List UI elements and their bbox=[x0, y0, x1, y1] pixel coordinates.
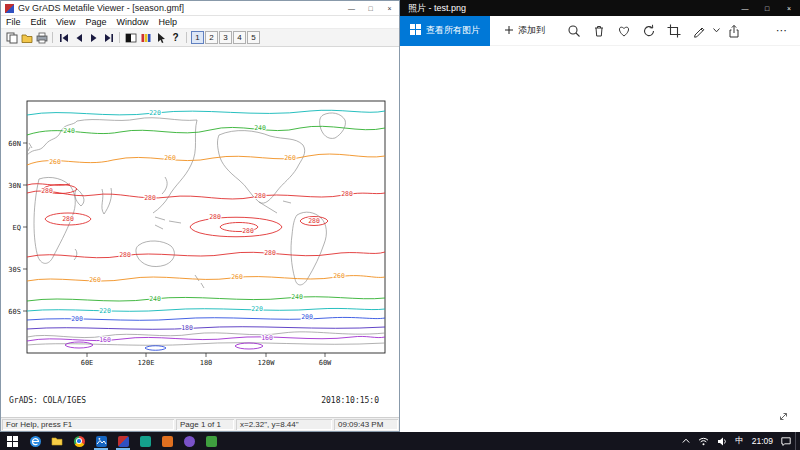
pointer-icon[interactable] bbox=[153, 31, 168, 45]
contour-label: 220 bbox=[149, 109, 161, 117]
page-button-4[interactable]: 4 bbox=[233, 31, 246, 44]
lat-label: 60S bbox=[8, 308, 21, 316]
page-button-5[interactable]: 5 bbox=[247, 31, 260, 44]
zoom-icon[interactable] bbox=[561, 18, 586, 43]
contour-label: 280 bbox=[242, 227, 254, 235]
desktop: Gv GrADS Metafile Viewer - [season.gmf] … bbox=[0, 0, 800, 450]
contour-label: 280 bbox=[308, 217, 320, 225]
taskbar-explorer-icon[interactable] bbox=[46, 432, 68, 450]
taskbar-chrome-icon[interactable] bbox=[68, 432, 90, 450]
ime-indicator[interactable]: 中 bbox=[731, 432, 748, 450]
print-icon[interactable] bbox=[34, 31, 49, 45]
taskbar-edge-icon[interactable] bbox=[24, 432, 46, 450]
action-center-icon[interactable] bbox=[777, 432, 795, 450]
last-page-icon[interactable] bbox=[101, 31, 116, 45]
favorite-heart-icon[interactable] bbox=[611, 18, 636, 43]
photos-window-title: 照片 - test.png bbox=[400, 2, 734, 15]
show-desktop-button[interactable] bbox=[795, 432, 800, 450]
add-to-label: 添加到 bbox=[518, 24, 545, 37]
contour-closed bbox=[235, 343, 263, 349]
taskbar-app-icon[interactable] bbox=[156, 432, 178, 450]
contour-label: 260 bbox=[164, 154, 176, 162]
close-button[interactable]: × bbox=[778, 0, 800, 16]
toolbar-separator bbox=[52, 32, 53, 43]
contour-label: 220 bbox=[251, 305, 263, 313]
close-button[interactable]: × bbox=[380, 1, 399, 15]
next-page-icon[interactable] bbox=[86, 31, 101, 45]
page-button-3[interactable]: 3 bbox=[219, 31, 232, 44]
edit-icon[interactable] bbox=[686, 18, 711, 43]
menu-edit[interactable]: Edit bbox=[26, 17, 52, 27]
minimize-button[interactable]: — bbox=[734, 0, 756, 16]
lat-label: 30N bbox=[8, 182, 21, 190]
contour-label: 280 bbox=[119, 251, 131, 259]
grads-window: Gv GrADS Metafile Viewer - [season.gmf] … bbox=[0, 0, 400, 432]
lon-label: 60E bbox=[81, 359, 94, 367]
taskbar-grads-icon[interactable] bbox=[112, 432, 134, 450]
taskbar-app-icon[interactable] bbox=[134, 432, 156, 450]
clock[interactable]: 21:09 bbox=[748, 432, 777, 450]
lat-label: EQ bbox=[13, 224, 21, 232]
network-icon[interactable] bbox=[694, 432, 713, 450]
page-button-1[interactable]: 1 bbox=[191, 31, 204, 44]
contour-label: 160 bbox=[261, 334, 273, 342]
minimize-button[interactable]: — bbox=[342, 1, 361, 15]
contour-label: 260 bbox=[231, 273, 243, 281]
previous-page-icon[interactable] bbox=[71, 31, 86, 45]
contour-line bbox=[27, 308, 385, 311]
black-white-mode-icon[interactable] bbox=[123, 31, 138, 45]
contour-label: 240 bbox=[291, 293, 303, 301]
fullscreen-icon[interactable] bbox=[775, 408, 791, 424]
rotate-icon[interactable] bbox=[636, 18, 661, 43]
tray-expand-icon[interactable] bbox=[678, 432, 694, 450]
menu-window[interactable]: Window bbox=[111, 17, 153, 27]
toolbar-separator bbox=[119, 32, 120, 43]
start-button[interactable] bbox=[0, 432, 24, 450]
grid-icon bbox=[410, 24, 421, 37]
menu-file[interactable]: File bbox=[1, 17, 26, 27]
longitude-axis: 60E 120E 180 120W 60W bbox=[81, 353, 332, 367]
contour-label: 220 bbox=[99, 307, 111, 315]
view-all-photos-label: 查看所有图片 bbox=[426, 24, 480, 37]
contour-label: 240 bbox=[254, 124, 266, 132]
contour-label: 200 bbox=[301, 313, 313, 321]
share-icon[interactable] bbox=[721, 18, 746, 43]
menu-view[interactable]: View bbox=[51, 17, 80, 27]
grads-statusbar: For Help, press F1 Page 1 of 1 x=2.32", … bbox=[1, 417, 399, 431]
page-button-2[interactable]: 2 bbox=[205, 31, 218, 44]
maximize-button[interactable]: □ bbox=[361, 1, 380, 15]
maximize-button[interactable]: □ bbox=[756, 0, 778, 16]
menu-page[interactable]: Page bbox=[80, 17, 111, 27]
taskbar-photos-icon[interactable] bbox=[90, 432, 112, 450]
lon-label: 120E bbox=[138, 359, 155, 367]
contour-line bbox=[27, 327, 385, 330]
delete-icon[interactable] bbox=[586, 18, 611, 43]
taskbar: 中 21:09 bbox=[0, 432, 800, 450]
lon-label: 60W bbox=[319, 359, 332, 367]
crop-icon[interactable] bbox=[661, 18, 686, 43]
chevron-down-icon[interactable] bbox=[711, 18, 721, 43]
contour-map: 60N 30N EQ 30S 60S 60E 120E 180 120W bbox=[5, 93, 395, 371]
volume-icon[interactable] bbox=[713, 432, 731, 450]
photos-window: 照片 - test.png — □ × 查看所有图片 添加到 bbox=[400, 0, 800, 432]
contour-closed bbox=[190, 217, 282, 237]
contour-label: 260 bbox=[49, 158, 61, 166]
lon-label: 120W bbox=[258, 359, 276, 367]
open-folder-icon[interactable] bbox=[19, 31, 34, 45]
contour-label: 280 bbox=[341, 190, 353, 198]
system-tray: 中 21:09 bbox=[678, 432, 800, 450]
contour-line bbox=[27, 252, 385, 258]
menu-help[interactable]: Help bbox=[153, 17, 182, 27]
grads-titlebar[interactable]: Gv GrADS Metafile Viewer - [season.gmf] … bbox=[1, 1, 399, 16]
contour-label: 260 bbox=[284, 154, 296, 162]
color-mode-icon[interactable] bbox=[138, 31, 153, 45]
context-help-icon[interactable]: ? bbox=[168, 31, 183, 45]
add-to-button[interactable]: 添加到 bbox=[504, 24, 545, 37]
see-more-button[interactable]: ⋯ bbox=[769, 18, 794, 43]
view-all-photos-button[interactable]: 查看所有图片 bbox=[400, 16, 490, 46]
first-page-icon[interactable] bbox=[56, 31, 71, 45]
photos-titlebar[interactable]: 照片 - test.png — □ × bbox=[400, 0, 800, 16]
taskbar-app-icon[interactable] bbox=[178, 432, 200, 450]
copy-pages-icon[interactable] bbox=[4, 31, 19, 45]
taskbar-app-icon[interactable] bbox=[200, 432, 222, 450]
